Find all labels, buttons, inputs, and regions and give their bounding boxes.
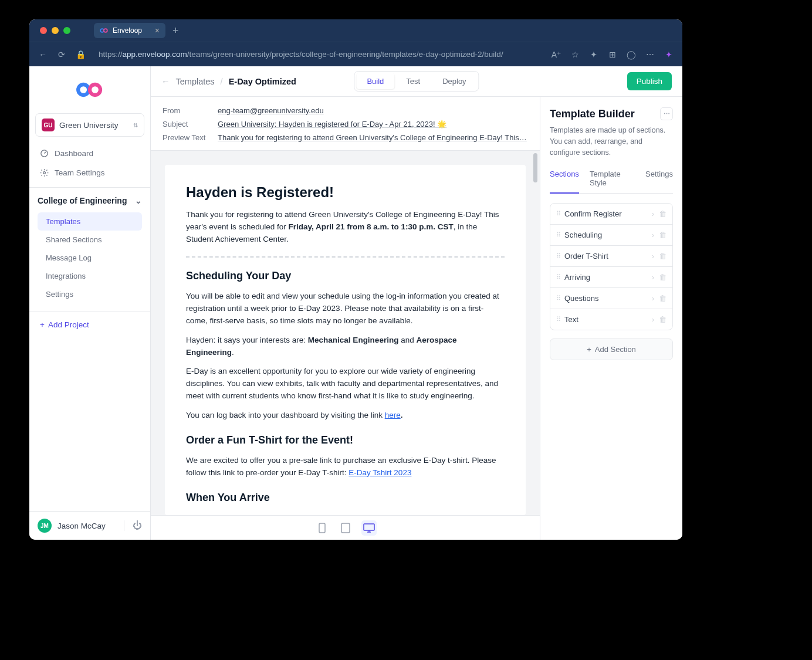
trash-icon[interactable]: 🗑 [659,252,666,260]
section-item[interactable]: ⠿Confirm Register›🗑 [550,204,672,225]
trash-icon[interactable]: 🗑 [659,315,666,324]
email-h2-schedule: Scheduling Your Day [186,268,505,285]
grip-icon[interactable]: ⠿ [556,210,560,218]
inspector-title-row: Template Builder ⋯ [550,107,673,120]
device-bar [151,515,540,540]
enveloop-logo-icon [74,81,106,99]
main: ← Templates / E-Day Optimized Build Test… [151,66,682,540]
mobile-preview-icon[interactable] [314,520,330,536]
nav-templates[interactable]: Templates [38,212,142,231]
trash-icon[interactable]: 🗑 [659,294,666,303]
grip-icon[interactable]: ⠿ [556,316,560,323]
nav-team-settings[interactable]: Team Settings [29,163,150,182]
tab-sections[interactable]: Sections [550,170,579,194]
tab-favicon-icon [100,26,108,35]
section-item[interactable]: ⠿Order T-Shirt›🗑 [550,246,672,267]
nav-shared-sections[interactable]: Shared Sections [38,231,142,249]
publish-button[interactable]: Publish [627,72,672,90]
add-project-button[interactable]: + Add Project [29,312,150,337]
avatar[interactable]: JM [38,519,52,533]
scrollbar[interactable] [533,153,537,182]
lock-icon: 🔒 [75,49,86,60]
logo[interactable] [29,66,150,113]
section-item[interactable]: ⠿Scheduling›🗑 [550,225,672,246]
canvas: Hayden is Registered! Thank you for regi… [151,151,540,515]
topbar: ← Templates / E-Day Optimized Build Test… [151,66,682,97]
add-section-button[interactable]: + Add Section [550,339,673,360]
section-item[interactable]: ⠿Questions›🗑 [550,288,672,309]
browser-tab[interactable]: Enveloop × [94,23,165,38]
chevron-updown-icon: ⇅ [133,122,138,128]
svg-point-2 [78,84,89,95]
section-label: Confirm Register [564,209,647,218]
trash-icon[interactable]: 🗑 [659,231,666,239]
back-arrow-icon[interactable]: ← [161,77,170,86]
reader-icon[interactable]: A⁺ [551,49,561,60]
nav-settings[interactable]: Settings [38,285,142,303]
grip-icon[interactable]: ⠿ [556,231,560,239]
nav-dashboard[interactable]: Dashboard [29,144,150,163]
breadcrumb-parent[interactable]: Templates [176,77,215,86]
new-tab-button[interactable]: + [172,25,179,37]
email-preview[interactable]: Hayden is Registered! Thank you for regi… [165,165,526,515]
section-label: Order T-Shirt [564,252,647,260]
address-bar[interactable]: https://app.enveloop.com/teams/green-uni… [94,50,543,59]
mode-test[interactable]: Test [395,73,431,89]
reload-icon[interactable]: ⟳ [56,49,67,60]
tshirt-link[interactable]: E-Day Tshirt 2023 [349,468,411,477]
minimize-window-icon[interactable] [52,27,59,34]
browser-toolbar: ← ⟳ 🔒 https://app.enveloop.com/teams/gre… [29,42,682,66]
project-header[interactable]: College of Engineering ⌄ [29,187,150,211]
nav-message-log[interactable]: Message Log [38,249,142,267]
from-value[interactable]: eng-team@greenuniversity.edu [218,106,324,115]
chevron-right-icon[interactable]: › [652,295,654,303]
nav-integrations[interactable]: Integrations [38,267,142,285]
maximize-window-icon[interactable] [63,27,70,34]
tab-settings[interactable]: Settings [645,170,673,193]
preview-value[interactable]: Thank you for registering to attend Gree… [218,133,527,142]
section-item[interactable]: ⠿Text›🗑 [550,309,672,330]
inspector-more-button[interactable]: ⋯ [660,107,673,120]
profile-icon[interactable]: ◯ [626,49,637,60]
tab-template-style[interactable]: Template Style [590,170,635,193]
chevron-right-icon[interactable]: › [652,273,654,282]
section-item[interactable]: ⠿Arriving›🗑 [550,267,672,288]
browser-window: Enveloop × + ← ⟳ 🔒 https://app.enveloop.… [29,19,682,540]
close-window-icon[interactable] [40,27,47,34]
close-tab-icon[interactable]: × [155,26,160,35]
from-label: From [163,106,218,115]
editor: Fromeng-team@greenuniversity.edu Subject… [151,97,540,540]
extension-icon[interactable]: ✦ [588,49,599,60]
svg-rect-8 [364,524,374,530]
ai-star-icon[interactable]: ✦ [664,49,674,60]
favorite-icon[interactable]: ☆ [570,49,580,60]
trash-icon[interactable]: 🗑 [659,209,666,218]
subject-value[interactable]: Green University: Hayden is registered f… [218,120,446,128]
chevron-right-icon[interactable]: › [652,316,654,324]
trash-icon[interactable]: 🗑 [659,273,666,282]
org-name: Green University [59,121,128,130]
dashboard-icon [40,149,49,158]
email-p6: We are excited to offer you a pre-sale l… [186,455,505,479]
grip-icon[interactable]: ⠿ [556,295,560,302]
desktop-preview-icon[interactable] [361,520,377,536]
section-label: Questions [564,294,647,303]
grip-icon[interactable]: ⠿ [556,273,560,281]
email-meta: Fromeng-team@greenuniversity.edu Subject… [151,97,540,151]
chevron-right-icon[interactable]: › [652,252,654,260]
email-p1: Thank you for registering to attend Gree… [186,209,505,246]
tab-title: Enveloop [113,26,142,35]
mode-deploy[interactable]: Deploy [432,73,476,89]
grip-icon[interactable]: ⠿ [556,252,560,260]
org-selector[interactable]: GU Green University ⇅ [35,113,144,137]
logout-icon[interactable]: ⏻ [124,520,142,531]
section-label: Arriving [564,273,647,282]
mode-build[interactable]: Build [356,73,394,89]
more-icon[interactable]: ⋯ [645,49,655,60]
tablet-preview-icon[interactable] [338,520,353,536]
dashboard-link[interactable]: here [385,411,401,419]
chevron-right-icon[interactable]: › [652,231,654,239]
collections-icon[interactable]: ⊞ [607,49,618,60]
chevron-right-icon[interactable]: › [652,210,654,218]
back-icon[interactable]: ← [38,49,48,60]
